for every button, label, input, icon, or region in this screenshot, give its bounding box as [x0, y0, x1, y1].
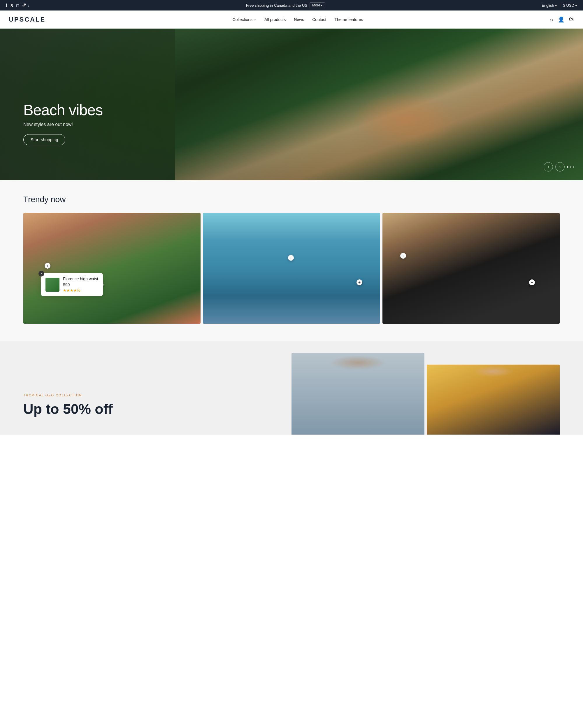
trendy-section-title: Trendy now: [23, 180, 560, 213]
shipping-text: Free shipping in Canada and the US: [246, 3, 307, 7]
grid-item-1[interactable]: × Florence high waist $90 ★★★★½: [23, 213, 200, 324]
hotspot-1-1[interactable]: [45, 263, 50, 269]
instagram-icon[interactable]: ◻: [16, 3, 19, 7]
currency-chevron-icon: ▾: [575, 3, 577, 7]
collection-image-2: [427, 365, 560, 435]
hero-subtitle: New styles are out now!: [23, 122, 103, 127]
product-image-1: [23, 213, 200, 324]
hero-content: Beach vibes New styles are out now! Star…: [23, 102, 103, 145]
collection-images: [292, 341, 560, 435]
collection-text: TROPICAL GEO COLLECTION Up to 50% off: [23, 341, 292, 435]
product-tooltip: × Florence high waist $90 ★★★★½: [41, 273, 103, 296]
tooltip-close-button[interactable]: ×: [38, 271, 44, 277]
nav-action-icons: ⌕ 👤 🛍: [550, 16, 574, 23]
tooltip-product-name: Florence high waist: [63, 277, 98, 281]
nav-collections[interactable]: Collections ⌄: [232, 17, 256, 22]
hero-next-button[interactable]: ›: [555, 162, 565, 172]
tooltip-info: Florence high waist $90 ★★★★½: [63, 277, 98, 292]
product-image-2: [203, 213, 380, 324]
hero-navigation: ‹ ›: [544, 162, 574, 172]
lang-chevron-icon: ▾: [555, 3, 557, 7]
nav-contact[interactable]: Contact: [312, 17, 326, 22]
language-selector[interactable]: English ▾: [542, 3, 557, 7]
grid-item-2[interactable]: [203, 213, 380, 324]
nav-theme-features[interactable]: Theme features: [334, 17, 363, 22]
more-button[interactable]: More ▾: [310, 2, 325, 8]
currency-selector[interactable]: $ USD ▾: [563, 3, 577, 7]
facebook-icon[interactable]: f: [6, 3, 7, 7]
tooltip-product-price: $90: [63, 282, 98, 287]
collection-title: Up to 50% off: [23, 401, 280, 417]
hero-section: Beach vibes New styles are out now! Star…: [0, 29, 583, 180]
shipping-notice: Free shipping in Canada and the US More …: [246, 2, 325, 8]
more-chevron-icon: ▾: [321, 4, 323, 7]
tooltip-product-image: [46, 278, 59, 292]
hero-dot-3[interactable]: [573, 166, 574, 168]
nav-links: Collections ⌄ All products News Contact …: [232, 17, 363, 22]
hero-dots: [567, 166, 574, 168]
trendy-image-grid: × Florence high waist $90 ★★★★½: [23, 213, 560, 341]
tiktok-icon[interactable]: ♪: [28, 3, 30, 7]
language-label: English: [542, 3, 554, 7]
locale-selectors: English ▾ $ USD ▾: [542, 3, 577, 7]
collection-image-1: [292, 353, 424, 435]
collection-section: TROPICAL GEO COLLECTION Up to 50% off: [0, 341, 583, 435]
hero-dot-2[interactable]: [570, 166, 571, 168]
main-nav: UPSCALE Collections ⌄ All products News …: [0, 10, 583, 29]
locale-divider: [560, 3, 560, 7]
search-button[interactable]: ⌕: [550, 16, 553, 23]
collection-label: TROPICAL GEO COLLECTION: [23, 393, 280, 397]
account-button[interactable]: 👤: [558, 16, 564, 23]
currency-label: $ USD: [563, 3, 574, 7]
pinterest-icon[interactable]: 𝒫: [22, 3, 25, 7]
grid-item-3[interactable]: [383, 213, 560, 324]
social-links: f 𝕏 ◻ 𝒫 ♪: [6, 3, 29, 7]
hero-cta-button[interactable]: Start shopping: [23, 134, 65, 145]
hero-prev-button[interactable]: ‹: [544, 162, 553, 172]
account-icon: 👤: [558, 16, 564, 23]
hotspot-3-1[interactable]: [400, 253, 406, 259]
hero-dot-1[interactable]: [567, 166, 568, 168]
site-logo[interactable]: UPSCALE: [9, 16, 46, 23]
hero-title: Beach vibes: [23, 102, 103, 119]
search-icon: ⌕: [550, 16, 553, 23]
cart-icon: 🛍: [569, 16, 574, 23]
product-image-3: [383, 213, 560, 324]
hotspot-3-2[interactable]: [529, 280, 535, 285]
tooltip-product-stars: ★★★★½: [63, 288, 98, 292]
nav-all-products[interactable]: All products: [265, 17, 286, 22]
nav-news[interactable]: News: [294, 17, 304, 22]
more-label: More: [312, 3, 320, 7]
twitter-icon[interactable]: 𝕏: [10, 3, 13, 7]
top-bar: f 𝕏 ◻ 𝒫 ♪ Free shipping in Canada and th…: [0, 0, 583, 10]
main-content: Trendy now × Florence high waist $90 ★★★…: [0, 180, 583, 435]
collections-chevron-icon: ⌄: [254, 18, 256, 21]
cart-button[interactable]: 🛍: [569, 16, 574, 23]
